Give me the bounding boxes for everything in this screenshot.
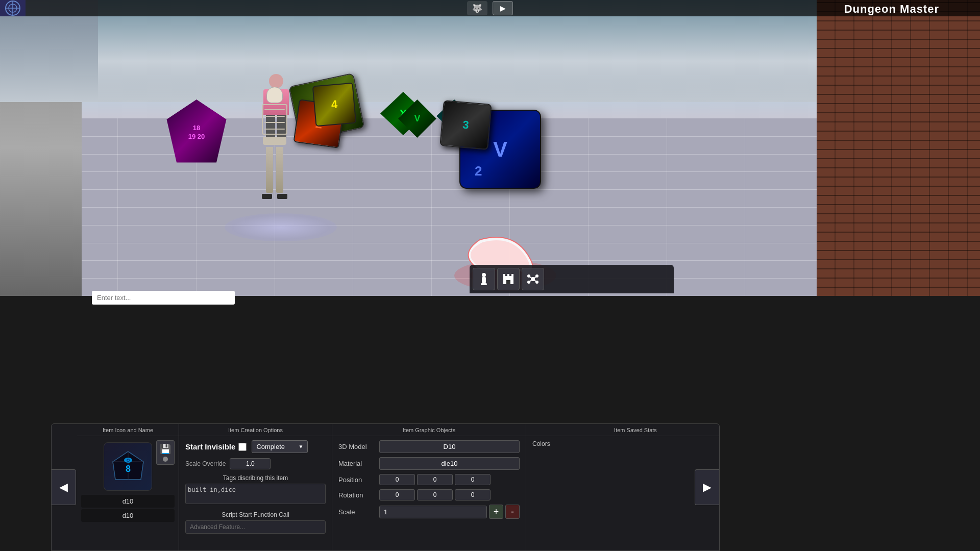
icon-section-label: Item Icon and Name (77, 424, 179, 436)
scale-label: Scale (338, 508, 379, 516)
svg-rect-7 (482, 277, 486, 283)
item-icon-section: 💾 8 (77, 436, 179, 550)
search-bar-container (92, 291, 235, 305)
script-input[interactable] (185, 520, 326, 534)
chess-piece-button[interactable] (473, 268, 495, 290)
item-stats-section: Colors (526, 436, 694, 550)
scale-input[interactable] (379, 506, 487, 518)
rotation-z-input[interactable] (455, 489, 491, 500)
item-icon-display: 8 (104, 442, 152, 491)
model-input[interactable] (379, 440, 520, 453)
save-dot-icon (163, 457, 168, 462)
d20-numbers: 1819 20 (188, 124, 205, 141)
save-item-button[interactable]: 💾 (156, 440, 175, 465)
bottom-panel: Item Icon and Name Item Creation Options… (51, 423, 720, 551)
top-center-controls: 🐺 ▶ (467, 1, 513, 15)
tags-textarea[interactable]: built in,dice (185, 484, 326, 504)
item-graphic-section: 3D Model Material Position Rotation (332, 436, 526, 550)
scale-minus-button[interactable]: - (505, 505, 520, 519)
model-label: 3D Model (338, 443, 379, 450)
dropdown-arrow-icon: ▼ (298, 444, 303, 449)
game-viewport[interactable]: 1819 20 Ω 2 4 X V 5 3 V 2 3 (0, 0, 980, 296)
svg-point-30 (127, 459, 129, 461)
position-x-input[interactable] (379, 474, 415, 485)
character-base-glow (225, 213, 337, 241)
toolbar-icons (470, 265, 674, 293)
d10-die-icon: 8 (110, 449, 146, 485)
black-die-right[interactable]: 3 (439, 100, 492, 150)
svg-point-6 (482, 273, 486, 277)
start-invisible-label: Start Invisible (185, 442, 235, 451)
save-disk-icon: 💾 (160, 443, 171, 455)
rotation-x-input[interactable] (379, 489, 415, 500)
svg-rect-8 (481, 283, 487, 285)
blue-die-2: 2 (475, 163, 482, 179)
rotation-label: Rotation (338, 491, 379, 499)
creation-section-label: Item Creation Options (179, 424, 332, 436)
wolf-icon: 🐺 (467, 1, 487, 15)
item-creation-section: Start Invisible Complete ▼ Scale Overrid… (179, 436, 332, 550)
position-z-input[interactable] (455, 474, 491, 485)
right-brick-wall (817, 0, 980, 296)
material-label: Material (338, 460, 379, 467)
top-bar: 🐺 ▶ Dungeon Master (0, 0, 980, 16)
search-input[interactable] (92, 291, 235, 305)
scale-plus-button[interactable]: + (489, 505, 503, 519)
castle-button[interactable] (497, 268, 520, 290)
colors-label: Colors (532, 440, 688, 447)
script-label: Script Start Function Call (185, 511, 326, 518)
network-button[interactable] (522, 268, 544, 290)
play-button[interactable]: ▶ (493, 1, 513, 15)
panel-top-labels: Item Icon and Name Item Creation Options… (77, 424, 720, 436)
item-name-2[interactable]: d10 (81, 509, 175, 522)
skeleton-figure[interactable] (249, 87, 300, 219)
item-name-1[interactable]: d10 (81, 495, 175, 508)
complete-dropdown[interactable]: Complete ▼ (252, 440, 308, 453)
scale-override-label: Scale Override (185, 460, 226, 467)
stats-section-label: Item Saved Stats (526, 424, 720, 436)
left-arrow-button[interactable]: ◀ (52, 469, 76, 505)
svg-text:8: 8 (125, 464, 130, 474)
position-label: Position (338, 476, 379, 484)
start-invisible-checkbox[interactable] (238, 443, 247, 451)
app-logo (0, 0, 26, 16)
material-input[interactable] (379, 457, 520, 470)
d10-yellow-die[interactable]: 4 (312, 83, 357, 127)
right-arrow-button[interactable]: ▶ (695, 469, 719, 505)
complete-dropdown-label: Complete (256, 443, 285, 450)
graphic-section-label: Item Graphic Objects (332, 424, 526, 436)
tags-label: Tags discribing this item (185, 474, 326, 482)
blue-die-v: V (493, 137, 507, 162)
position-y-input[interactable] (417, 474, 453, 485)
dungeon-master-title: Dungeon Master (844, 3, 939, 16)
svg-rect-13 (506, 280, 510, 284)
rotation-y-input[interactable] (417, 489, 453, 500)
scale-override-input[interactable] (230, 458, 271, 469)
